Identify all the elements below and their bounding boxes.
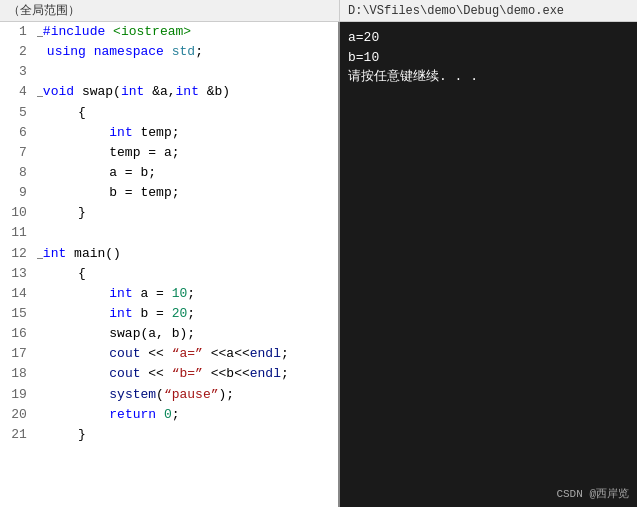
- line-code: }: [33, 425, 338, 445]
- table-row: 3: [0, 62, 338, 82]
- code-panel: 1⎯#include <iostream>2using namespace st…: [0, 22, 340, 507]
- table-row: 16 swap(a, b);: [0, 324, 338, 344]
- line-code: ⎯void swap(int &a,int &b): [33, 82, 338, 102]
- line-number: 2: [0, 42, 33, 62]
- code-table: 1⎯#include <iostream>2using namespace st…: [0, 22, 338, 445]
- line-number: 16: [0, 324, 33, 344]
- terminal-output: a=20b=10请按任意键继续. . .: [348, 28, 629, 87]
- line-number: 17: [0, 344, 33, 364]
- scope-label: （全局范围）: [0, 0, 340, 21]
- table-row: 15 int b = 20;: [0, 304, 338, 324]
- table-row: 17 cout << “a=” <<a<<endl;: [0, 344, 338, 364]
- table-row: 2using namespace std;: [0, 42, 338, 62]
- line-code: {: [33, 103, 338, 123]
- table-row: 4⎯void swap(int &a,int &b): [0, 82, 338, 102]
- line-code: using namespace std;: [33, 42, 338, 62]
- terminal-panel: a=20b=10请按任意键继续. . . CSDN @西岸览: [340, 22, 637, 507]
- line-number: 12: [0, 244, 33, 264]
- line-number: 1: [0, 22, 33, 42]
- line-code: int b = 20;: [33, 304, 338, 324]
- top-bar: （全局范围） D:\VSfiles\demo\Debug\demo.exe: [0, 0, 637, 22]
- line-number: 14: [0, 284, 33, 304]
- line-code: {: [33, 264, 338, 284]
- table-row: 6 int temp;: [0, 123, 338, 143]
- line-number: 13: [0, 264, 33, 284]
- table-row: 5 {: [0, 103, 338, 123]
- line-number: 8: [0, 163, 33, 183]
- table-row: 18 cout << “b=” <<b<<endl;: [0, 364, 338, 384]
- terminal-line: b=10: [348, 48, 629, 68]
- line-code: }: [33, 203, 338, 223]
- table-row: 11: [0, 223, 338, 243]
- terminal-line: a=20: [348, 28, 629, 48]
- line-number: 20: [0, 405, 33, 425]
- terminal-footer: CSDN @西岸览: [556, 486, 629, 501]
- line-number: 18: [0, 364, 33, 384]
- table-row: 7 temp = a;: [0, 143, 338, 163]
- table-row: 13 {: [0, 264, 338, 284]
- scope-text: （全局范围）: [8, 2, 80, 19]
- line-number: 11: [0, 223, 33, 243]
- line-number: 19: [0, 385, 33, 405]
- table-row: 1⎯#include <iostream>: [0, 22, 338, 42]
- table-row: 10 }: [0, 203, 338, 223]
- exe-path-label: D:\VSfiles\demo\Debug\demo.exe: [340, 0, 637, 21]
- table-row: 14 int a = 10;: [0, 284, 338, 304]
- table-row: 21 }: [0, 425, 338, 445]
- line-number: 7: [0, 143, 33, 163]
- line-number: 3: [0, 62, 33, 82]
- line-code: system(“pause”);: [33, 385, 338, 405]
- line-code: [33, 62, 338, 82]
- exe-path-text: D:\VSfiles\demo\Debug\demo.exe: [348, 4, 564, 18]
- terminal-line: 请按任意键继续. . .: [348, 67, 629, 87]
- line-code: int a = 10;: [33, 284, 338, 304]
- table-row: 8 a = b;: [0, 163, 338, 183]
- line-number: 5: [0, 103, 33, 123]
- line-code: swap(a, b);: [33, 324, 338, 344]
- line-number: 9: [0, 183, 33, 203]
- main-area: 1⎯#include <iostream>2using namespace st…: [0, 22, 637, 507]
- line-code: ⎯int main(): [33, 244, 338, 264]
- table-row: 9 b = temp;: [0, 183, 338, 203]
- line-number: 15: [0, 304, 33, 324]
- line-code: a = b;: [33, 163, 338, 183]
- line-code: b = temp;: [33, 183, 338, 203]
- line-number: 10: [0, 203, 33, 223]
- table-row: 12⎯int main(): [0, 244, 338, 264]
- line-code: ⎯#include <iostream>: [33, 22, 338, 42]
- line-number: 6: [0, 123, 33, 143]
- table-row: 19 system(“pause”);: [0, 385, 338, 405]
- line-code: cout << “b=” <<b<<endl;: [33, 364, 338, 384]
- line-number: 21: [0, 425, 33, 445]
- line-number: 4: [0, 82, 33, 102]
- line-code: [33, 223, 338, 243]
- line-code: cout << “a=” <<a<<endl;: [33, 344, 338, 364]
- line-code: return 0;: [33, 405, 338, 425]
- line-code: int temp;: [33, 123, 338, 143]
- line-code: temp = a;: [33, 143, 338, 163]
- table-row: 20 return 0;: [0, 405, 338, 425]
